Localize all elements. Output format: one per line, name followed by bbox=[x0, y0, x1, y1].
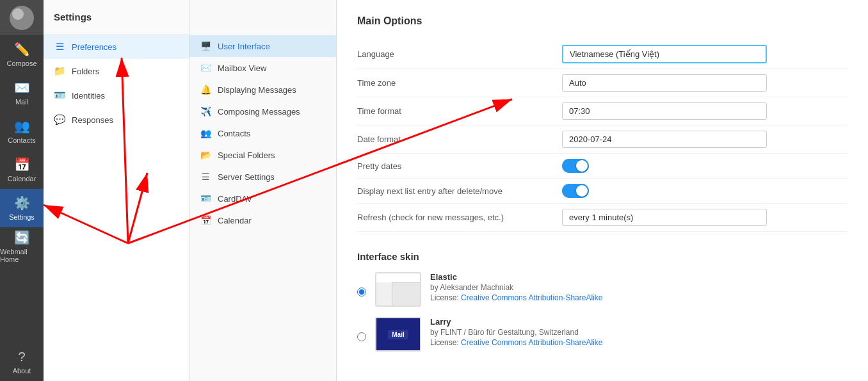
sidebar-item-compose-label: Compose bbox=[6, 60, 36, 67]
larry-license-prefix: License: bbox=[430, 338, 459, 347]
main-options-title: Main Options bbox=[357, 15, 848, 27]
main-content: Main Options Language Time zone Time for… bbox=[337, 0, 868, 381]
sidebar-item-about-label: About bbox=[13, 367, 31, 375]
identities-icon: 🪪 bbox=[54, 90, 65, 101]
sidebar-item-about[interactable]: ? About bbox=[0, 343, 44, 381]
option-label-time-format: Time format bbox=[357, 106, 562, 116]
sub-nav-item-composing-messages[interactable]: ✈️ Composing Messages bbox=[189, 101, 336, 122]
skin-section-title: Interface skin bbox=[357, 251, 848, 262]
preferences-icon: ☰ bbox=[54, 41, 65, 53]
elastic-thumbnail bbox=[375, 272, 421, 307]
larry-mail-label: Mail bbox=[388, 330, 408, 339]
larry-license-link[interactable]: Creative Commons Attribution-ShareAlike bbox=[461, 338, 602, 347]
option-label-pretty-dates: Pretty dates bbox=[357, 161, 562, 171]
skin-option-elastic: Elastic by Aleksander Machniak License: … bbox=[357, 272, 848, 307]
option-row-language: Language bbox=[357, 40, 848, 69]
nav-item-identities[interactable]: 🪪 Identities bbox=[44, 83, 189, 108]
language-input[interactable] bbox=[562, 45, 767, 63]
option-label-timezone: Time zone bbox=[357, 78, 562, 88]
sidebar-item-calendar-label: Calendar bbox=[8, 175, 36, 182]
elastic-skin-license: License: Creative Commons Attribution-Sh… bbox=[430, 293, 602, 302]
nav-item-responses[interactable]: 💬 Responses bbox=[44, 108, 189, 132]
option-value-pretty-dates bbox=[562, 159, 848, 173]
calendar-sub-icon: 📅 bbox=[200, 215, 211, 225]
sub-nav-item-carddav[interactable]: 🪪 CardDAV bbox=[189, 188, 336, 209]
calendar-icon: 📅 bbox=[14, 157, 30, 172]
elastic-skin-author: by Aleksander Machniak bbox=[430, 283, 602, 292]
sub-nav-item-displaying-messages[interactable]: 🔔 Displaying Messages bbox=[189, 79, 336, 101]
sub-nav-item-displaying-messages-label: Displaying Messages bbox=[218, 85, 296, 95]
sidebar-item-compose[interactable]: ✏️ Compose bbox=[0, 35, 44, 74]
sidebar: ✏️ Compose ✉️ Mail 👥 Contacts 📅 Calendar… bbox=[0, 0, 44, 381]
nav-item-preferences-label: Preferences bbox=[72, 42, 117, 52]
elastic-thumb-design bbox=[376, 273, 420, 305]
pretty-dates-toggle[interactable] bbox=[562, 159, 589, 173]
option-value-language bbox=[562, 45, 848, 63]
displaying-messages-icon: 🔔 bbox=[200, 85, 211, 95]
nav-item-folders[interactable]: 📁 Folders bbox=[44, 59, 189, 83]
option-label-refresh: Refresh (check for new messages, etc.) bbox=[357, 213, 562, 222]
sub-nav-item-server-settings[interactable]: ☰ Server Settings bbox=[189, 166, 336, 188]
display-next-toggle[interactable] bbox=[562, 184, 589, 198]
sub-nav-item-composing-messages-label: Composing Messages bbox=[218, 107, 300, 117]
composing-messages-icon: ✈️ bbox=[200, 106, 211, 117]
sub-nav-item-contacts[interactable]: 👥 Contacts bbox=[189, 122, 336, 144]
larry-thumbnail: Mail bbox=[375, 317, 421, 352]
option-value-display-next bbox=[562, 184, 848, 198]
option-row-timezone: Time zone bbox=[357, 69, 848, 97]
nav-item-identities-label: Identities bbox=[72, 91, 105, 101]
elastic-radio[interactable] bbox=[357, 288, 366, 296]
sidebar-item-contacts-label: Contacts bbox=[8, 136, 35, 144]
time-format-input[interactable] bbox=[562, 102, 767, 120]
option-row-pretty-dates: Pretty dates bbox=[357, 154, 848, 179]
sidebar-item-mail[interactable]: ✉️ Mail bbox=[0, 74, 44, 112]
larry-skin-author: by FLINT / Büro für Gestaltung, Switzerl… bbox=[430, 328, 602, 337]
responses-icon: 💬 bbox=[54, 114, 65, 126]
option-label-display-next: Display next list entry after delete/mov… bbox=[357, 186, 562, 196]
larry-skin-info: Larry by FLINT / Büro für Gestaltung, Sw… bbox=[430, 317, 602, 347]
sub-nav-item-calendar[interactable]: 📅 Calendar bbox=[189, 209, 336, 231]
sub-nav-item-special-folders-label: Special Folders bbox=[218, 150, 275, 160]
webmail-icon: 🔄 bbox=[14, 230, 30, 245]
larry-thumb-design: Mail bbox=[376, 318, 420, 350]
sub-nav-item-contacts-label: Contacts bbox=[218, 129, 250, 138]
sub-nav-item-user-interface-label: User Interface bbox=[218, 42, 270, 51]
server-settings-icon: ☰ bbox=[200, 172, 211, 182]
date-format-input[interactable] bbox=[562, 131, 767, 148]
sub-nav-item-carddav-label: CardDAV bbox=[218, 194, 252, 204]
option-label-date-format: Date format bbox=[357, 134, 562, 144]
compose-icon: ✏️ bbox=[14, 42, 30, 57]
timezone-input[interactable] bbox=[562, 74, 767, 92]
nav-item-responses-label: Responses bbox=[72, 115, 113, 125]
sidebar-item-webmail-label: Webmail Home bbox=[0, 248, 44, 263]
nav-item-folders-label: Folders bbox=[72, 67, 99, 76]
larry-skin-license: License: Creative Commons Attribution-Sh… bbox=[430, 338, 602, 347]
sidebar-item-calendar[interactable]: 📅 Calendar bbox=[0, 150, 44, 189]
larry-radio[interactable] bbox=[357, 332, 366, 341]
sidebar-item-settings[interactable]: ⚙️ Settings bbox=[0, 189, 44, 227]
special-folders-icon: 📂 bbox=[200, 150, 211, 160]
sidebar-item-webmail-home[interactable]: 🔄 Webmail Home bbox=[0, 227, 44, 266]
user-interface-icon: 🖥️ bbox=[200, 41, 211, 51]
mailbox-view-icon: ✉️ bbox=[200, 63, 211, 73]
larry-skin-name: Larry bbox=[430, 317, 602, 327]
sub-nav-item-user-interface[interactable]: 🖥️ User Interface bbox=[189, 35, 336, 57]
nav-item-preferences[interactable]: ☰ Preferences bbox=[44, 35, 189, 59]
settings-navigation: Settings ☰ Preferences 📁 Folders 🪪 Ident… bbox=[44, 0, 189, 381]
settings-title: Settings bbox=[44, 0, 189, 35]
option-value-timezone bbox=[562, 74, 848, 92]
sub-nav-item-mailbox-view[interactable]: ✉️ Mailbox View bbox=[189, 57, 336, 79]
app-logo bbox=[0, 0, 44, 35]
elastic-license-link[interactable]: Creative Commons Attribution-ShareAlike bbox=[461, 293, 602, 302]
option-value-date-format bbox=[562, 131, 848, 148]
about-icon: ? bbox=[18, 350, 25, 364]
sidebar-item-contacts[interactable]: 👥 Contacts bbox=[0, 112, 44, 150]
option-value-refresh bbox=[562, 209, 848, 226]
elastic-skin-name: Elastic bbox=[430, 272, 602, 282]
refresh-input[interactable] bbox=[562, 209, 767, 226]
option-row-time-format: Time format bbox=[357, 97, 848, 126]
option-row-date-format: Date format bbox=[357, 126, 848, 154]
sub-nav-item-special-folders[interactable]: 📂 Special Folders bbox=[189, 144, 336, 166]
skin-option-larry: Mail Larry by FLINT / Büro für Gestaltun… bbox=[357, 317, 848, 352]
elastic-skin-info: Elastic by Aleksander Machniak License: … bbox=[430, 272, 602, 302]
